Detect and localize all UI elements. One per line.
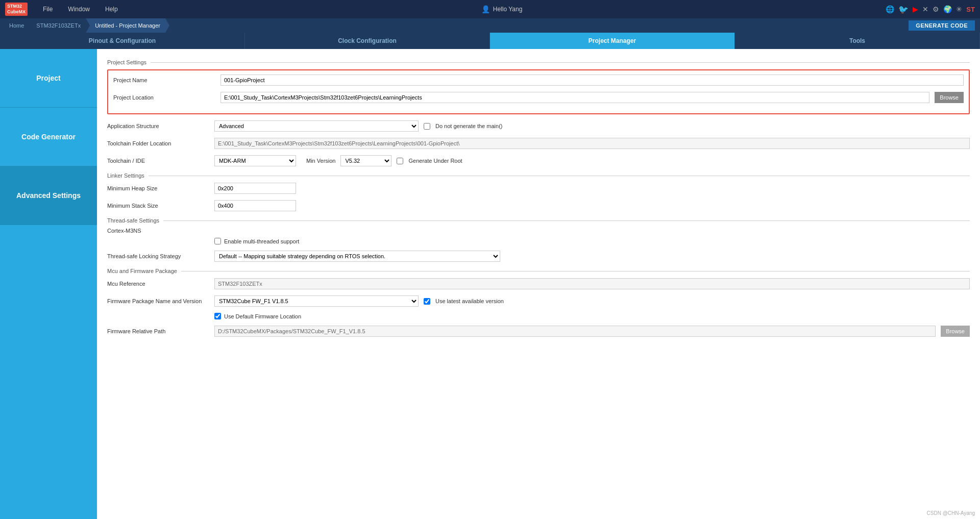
use-default-firmware-label: Use Default Firmware Location [224, 313, 301, 319]
generate-code-button[interactable]: GENERATE CODE [909, 20, 975, 31]
content-area: Project Settings Project Name Project Lo… [97, 49, 980, 519]
menu-window[interactable]: Window [68, 6, 90, 13]
mcu-reference-input [214, 278, 970, 289]
enable-multi-thread-row: Enable multi-threaded support [214, 238, 970, 244]
tab-pinout[interactable]: Pinout & Configuration [0, 33, 245, 49]
firmware-relative-path-row: Firmware Relative Path Browse [107, 326, 970, 337]
firmware-package-select[interactable]: STM32Cube FW_F1 V1.8.5 [214, 295, 419, 307]
project-name-input[interactable] [220, 75, 964, 86]
toolchain-folder-label: Toolchain Folder Location [107, 140, 209, 146]
globe2-icon[interactable]: 🌍 [943, 5, 952, 13]
user-area: 👤 Hello Yang [481, 5, 523, 13]
sidebar-item-advanced-settings[interactable]: Advanced Settings [0, 166, 97, 225]
use-latest-label: Use latest available version [435, 298, 504, 304]
twitter-icon[interactable]: ✕ [922, 5, 928, 13]
st-icon: ST [966, 6, 975, 13]
project-location-row: Project Location Browse [113, 92, 964, 103]
main-tabs: Pinout & Configuration Clock Configurati… [0, 33, 980, 49]
logo-icon: STM32CubeMX [5, 3, 28, 16]
min-version-label: Min Version [306, 158, 335, 164]
user-icon: 👤 [481, 5, 490, 13]
cortex-label: Cortex-M3NS [107, 228, 970, 234]
logo-area: STM32CubeMX [5, 3, 28, 16]
asterisk-icon[interactable]: ✳ [956, 5, 962, 13]
sidebar-item-project[interactable]: Project [0, 49, 97, 108]
project-name-row: Project Name [113, 75, 964, 86]
sidebar-item-code-generator[interactable]: Code Generator [0, 108, 97, 166]
globe-icon[interactable]: 🌐 [886, 5, 894, 13]
breadcrumb-bar: Home STM32F103ZETx Untitled - Project Ma… [0, 18, 980, 33]
enable-multi-thread-label: Enable multi-threaded support [224, 238, 299, 244]
do-not-generate-main-checkbox[interactable] [424, 123, 430, 130]
firmware-package-row: Firmware Package Name and Version STM32C… [107, 295, 970, 307]
toolchain-ide-row: Toolchain / IDE MDK-ARM Min Version V5.3… [107, 155, 970, 166]
breadcrumb-device[interactable]: STM32F103ZETx [31, 18, 86, 33]
layout: Project Code Generator Advanced Settings… [0, 49, 980, 519]
watermark: CSDN @CHN-Ayang [927, 510, 975, 516]
menu-help[interactable]: Help [105, 6, 118, 13]
generate-under-root-label: Generate Under Root [408, 158, 462, 164]
app-structure-row: Application Structure Advanced Do not ge… [107, 120, 970, 132]
breadcrumb-home[interactable]: Home [5, 18, 31, 33]
social-icons: 🌐 🐦 ▶ ✕ ⚙ 🌍 ✳ ST [886, 5, 975, 14]
project-name-label: Project Name [113, 77, 215, 83]
tab-clock[interactable]: Clock Configuration [245, 33, 490, 49]
app-structure-select[interactable]: Advanced [214, 120, 419, 132]
thread-safe-settings-header: Thread-safe Settings [107, 217, 970, 224]
mcu-reference-row: Mcu Reference [107, 278, 970, 289]
firmware-relative-path-label: Firmware Relative Path [107, 328, 209, 334]
browse-button[interactable]: Browse [935, 92, 964, 103]
firmware-relative-path-input [214, 326, 936, 337]
top-bar: STM32CubeMX File Window Help 👤 Hello Yan… [0, 0, 980, 18]
sidebar: Project Code Generator Advanced Settings [0, 49, 97, 519]
locking-strategy-select[interactable]: Default -- Mapping suitable strategy dep… [214, 251, 500, 262]
project-location-label: Project Location [113, 94, 215, 101]
app-structure-label: Application Structure [107, 123, 209, 129]
use-default-firmware-row: Use Default Firmware Location [214, 313, 970, 319]
github-icon[interactable]: ⚙ [933, 5, 939, 13]
top-bar-left: STM32CubeMX File Window Help [5, 3, 118, 16]
youtube-icon[interactable]: ▶ [913, 5, 918, 13]
use-latest-checkbox[interactable] [424, 298, 430, 305]
linker-settings-header: Linker Settings [107, 172, 970, 179]
toolchain-folder-input [214, 138, 970, 149]
facebook-icon[interactable]: 🐦 [898, 5, 909, 14]
toolchain-folder-row: Toolchain Folder Location [107, 138, 970, 149]
firmware-package-label: Firmware Package Name and Version [107, 298, 209, 304]
min-stack-input[interactable] [214, 200, 296, 211]
tab-project-manager[interactable]: Project Manager [490, 33, 735, 49]
min-heap-row: Minimum Heap Size [107, 183, 970, 194]
min-version-select[interactable]: V5.32 [340, 155, 391, 166]
top-menu: File Window Help [43, 6, 118, 13]
min-stack-row: Minimum Stack Size [107, 200, 970, 211]
browse2-button[interactable]: Browse [941, 326, 970, 337]
min-heap-input[interactable] [214, 183, 296, 194]
min-stack-label: Minimum Stack Size [107, 203, 209, 209]
breadcrumb-project[interactable]: Untitled - Project Manager [86, 18, 169, 33]
mcu-reference-label: Mcu Reference [107, 281, 209, 287]
user-label: Hello Yang [493, 6, 523, 13]
toolchain-ide-label: Toolchain / IDE [107, 158, 209, 164]
locking-strategy-row: Thread-safe Locking Strategy Default -- … [107, 251, 970, 262]
enable-multi-thread-checkbox[interactable] [214, 238, 221, 244]
project-settings-header: Project Settings [107, 59, 970, 65]
use-default-firmware-checkbox[interactable] [214, 313, 221, 319]
project-location-input[interactable] [220, 92, 929, 103]
min-heap-label: Minimum Heap Size [107, 185, 209, 191]
do-not-generate-main-label: Do not generate the main() [435, 123, 502, 129]
mcu-firmware-header: Mcu and Firmware Package [107, 268, 970, 274]
toolchain-ide-select[interactable]: MDK-ARM [214, 155, 296, 166]
menu-file[interactable]: File [43, 6, 53, 13]
tab-tools[interactable]: Tools [735, 33, 980, 49]
project-settings-box: Project Name Project Location Browse [107, 69, 970, 114]
generate-under-root-checkbox[interactable] [397, 158, 403, 164]
locking-strategy-label: Thread-safe Locking Strategy [107, 253, 209, 259]
